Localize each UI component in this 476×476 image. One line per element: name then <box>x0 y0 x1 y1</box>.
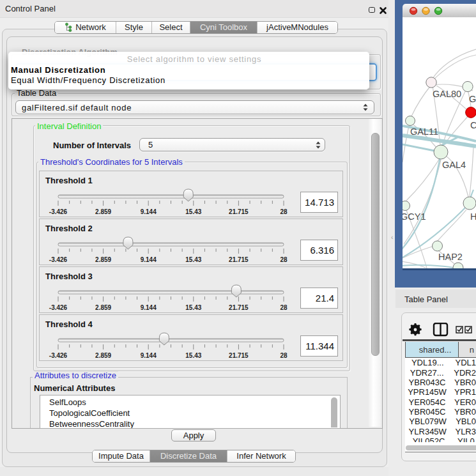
svg-text:2.859: 2.859 <box>95 256 111 263</box>
svg-text:-3.426: -3.426 <box>49 208 68 215</box>
svg-text:-3.426: -3.426 <box>49 304 68 311</box>
svg-text:GAL80: GAL80 <box>433 89 461 99</box>
svg-text:28: 28 <box>280 208 288 215</box>
svg-text:28: 28 <box>280 304 288 311</box>
svg-text:-3.426: -3.426 <box>49 256 68 263</box>
svg-text:2.859: 2.859 <box>95 208 111 215</box>
svg-text:2.859: 2.859 <box>95 352 111 359</box>
svg-text:15.43: 15.43 <box>185 304 201 311</box>
svg-text:15.43: 15.43 <box>185 352 201 359</box>
svg-text:C: C <box>470 120 476 130</box>
svg-text:9.144: 9.144 <box>141 304 157 311</box>
svg-text:H: H <box>470 211 476 222</box>
svg-text:2.859: 2.859 <box>95 304 111 311</box>
svg-text:21.715: 21.715 <box>229 352 249 359</box>
svg-text:15.43: 15.43 <box>185 208 201 215</box>
svg-text:28: 28 <box>280 256 288 263</box>
svg-text:21.715: 21.715 <box>229 256 249 263</box>
svg-text:9.144: 9.144 <box>141 352 157 359</box>
svg-text:9.144: 9.144 <box>141 208 157 215</box>
svg-text:9.144: 9.144 <box>141 256 157 263</box>
svg-text:GAL4: GAL4 <box>442 160 466 170</box>
svg-text:15.43: 15.43 <box>185 256 201 263</box>
svg-text:21.715: 21.715 <box>229 208 249 215</box>
svg-text:GAL11: GAL11 <box>410 127 438 137</box>
svg-text:28: 28 <box>280 352 288 359</box>
svg-text:HAP2: HAP2 <box>438 252 463 262</box>
svg-text:GCY1: GCY1 <box>403 211 426 222</box>
svg-text:-3.426: -3.426 <box>49 352 68 359</box>
svg-text:21.715: 21.715 <box>229 304 249 311</box>
svg-text:GA: GA <box>469 94 476 104</box>
